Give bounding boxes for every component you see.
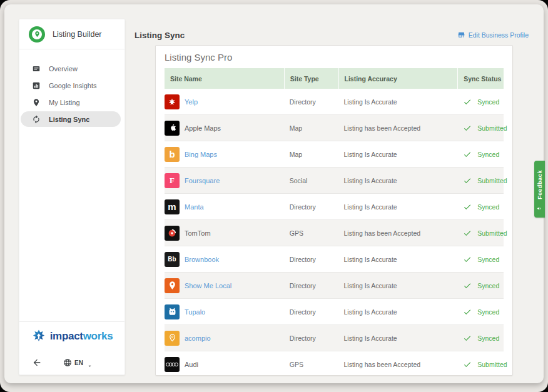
site-name-cell: F Foursquare (165, 173, 284, 188)
foursquare-icon: F (165, 173, 180, 188)
sidebar: Listing Builder Overview Google Insights… (19, 19, 125, 375)
sync-status-label: Synced (477, 308, 499, 316)
brand-text: impactworks (50, 330, 113, 343)
site-name[interactable]: Tupalo (185, 308, 205, 316)
site-name[interactable]: Manta (185, 203, 204, 211)
site-type: Directory (284, 308, 338, 316)
sync-table: Site NameSite TypeListing AccuracySync S… (165, 68, 504, 376)
check-icon (463, 281, 472, 290)
showmelocal-icon (165, 278, 180, 293)
check-icon (463, 176, 472, 185)
site-type: Directory (284, 98, 338, 106)
listing-accuracy: Listing Is Accurate (338, 282, 458, 289)
table-row: Yelp Directory Listing Is Accurate Synce… (165, 89, 504, 115)
impactworks-logo: impactworks (19, 322, 124, 351)
sync-status: Synced (457, 281, 504, 290)
back-arrow-icon[interactable] (32, 358, 42, 368)
table-row: m Manta Directory Listing Is Accurate Sy… (165, 194, 504, 220)
check-icon (463, 203, 472, 211)
sync-status: Synced (457, 98, 504, 106)
site-name: Audi (185, 361, 198, 368)
listing-accuracy: Listing Is Accurate (338, 256, 458, 263)
site-name-cell: acompio (165, 331, 284, 346)
tupalo-icon (165, 304, 180, 319)
acompio-icon (165, 331, 180, 346)
listing-builder-logo-icon (29, 26, 45, 43)
sync-status: Submitted (457, 360, 504, 369)
sync-status-label: Synced (477, 334, 499, 342)
check-icon (463, 255, 472, 264)
site-type: Social (284, 177, 338, 184)
table-row: acompio Directory Listing Is Accurate Sy… (165, 325, 504, 351)
sync-status-label: Synced (477, 256, 499, 263)
column-header-sync-status: Sync Status (457, 68, 504, 89)
site-name[interactable]: Show Me Local (185, 282, 231, 289)
sync-icon (32, 115, 41, 124)
site-name-cell: b Bing Maps (165, 147, 284, 162)
feedback-label: Feedback (536, 170, 543, 199)
sidebar-item-overview[interactable]: Overview (21, 61, 121, 76)
sync-status: Synced (457, 150, 504, 159)
sync-status-label: Submitted (477, 124, 507, 132)
sync-status-label: Submitted (477, 229, 507, 237)
site-name[interactable]: Foursquare (185, 177, 220, 184)
sync-status: Submitted (457, 124, 504, 133)
listing-accuracy: Listing has been Accepted (338, 229, 458, 237)
language-code: EN (74, 359, 83, 366)
listing-accuracy: Listing has been Accepted (338, 361, 458, 368)
check-icon (463, 308, 472, 316)
brownbook-icon: Bb (165, 252, 180, 267)
site-type: GPS (284, 361, 338, 368)
sync-status-label: Synced (477, 98, 499, 106)
site-name: TomTom (185, 229, 211, 237)
check-icon (463, 229, 472, 238)
site-name[interactable]: Brownbook (185, 256, 219, 263)
site-name: Apple Maps (185, 124, 221, 132)
page-title: Listing Sync (134, 31, 185, 40)
site-name-cell: m Manta (165, 199, 284, 214)
table-row: Tupalo Directory Listing Is Accurate Syn… (165, 299, 504, 325)
storefront-icon (457, 31, 465, 39)
site-name-cell: Audi (165, 357, 284, 372)
check-icon (463, 334, 472, 343)
site-name[interactable]: Bing Maps (185, 151, 217, 158)
site-name-cell: Apple Maps (165, 121, 284, 136)
site-type: Map (284, 124, 338, 132)
insights-icon (32, 81, 41, 90)
site-type: GPS (284, 229, 338, 237)
site-name[interactable]: acompio (185, 334, 211, 342)
sidebar-item-my-listing[interactable]: My Listing (21, 94, 121, 110)
site-name[interactable]: Yelp (185, 98, 198, 106)
sidebar-header: Listing Builder (19, 19, 124, 49)
column-header-listing-accuracy: Listing Accuracy (338, 68, 458, 89)
sync-status-label: Synced (477, 151, 499, 158)
app-window: Listing Builder Overview Google Insights… (4, 4, 544, 383)
table-body: Yelp Directory Listing Is Accurate Synce… (165, 89, 504, 376)
sync-status-label: Synced (477, 282, 499, 289)
audi-icon (165, 357, 180, 372)
sidebar-item-google-insights[interactable]: Google Insights (21, 78, 121, 93)
app-title: Listing Builder (53, 30, 102, 39)
column-header-site-type: Site Type (284, 68, 338, 89)
column-header-site-name: Site Name (165, 75, 284, 83)
tomtom-icon (165, 226, 180, 241)
feedback-tab[interactable]: Feedback (534, 161, 545, 218)
site-name-cell: TomTom (165, 226, 284, 241)
sync-status: Synced (457, 255, 504, 264)
table-row: F Foursquare Social Listing Is Accurate … (165, 168, 504, 194)
globe-icon (63, 358, 72, 367)
sidebar-footer: impactworks EN (19, 321, 124, 374)
edit-business-profile-link[interactable]: Edit Business Profile (457, 31, 529, 39)
table-header-row: Site NameSite TypeListing AccuracySync S… (165, 68, 504, 89)
site-type: Directory (284, 203, 338, 211)
check-icon (463, 124, 472, 133)
check-icon (463, 150, 472, 159)
sync-status: Submitted (457, 229, 504, 238)
sidebar-item-listing-sync[interactable]: Listing Sync (21, 111, 121, 127)
check-icon (463, 360, 472, 369)
sync-status: Synced (457, 203, 504, 211)
language-selector[interactable]: EN (63, 358, 93, 367)
site-name-cell: Yelp (165, 94, 284, 109)
table-row: TomTom GPS Listing has been Accepted Sub… (165, 220, 504, 246)
listing-accuracy: Listing Is Accurate (338, 203, 458, 211)
